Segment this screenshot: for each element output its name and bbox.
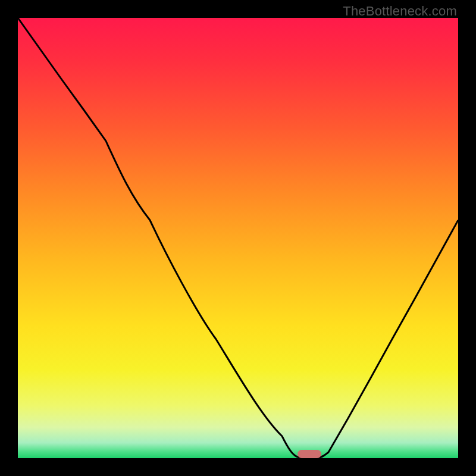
optimal-marker	[298, 450, 321, 458]
watermark-text: TheBottleneck.com	[343, 4, 457, 19]
curve-path	[18, 18, 458, 458]
chart-frame: TheBottleneck.com	[0, 0, 476, 476]
bottleneck-curve	[18, 18, 458, 458]
plot-area	[18, 18, 458, 458]
